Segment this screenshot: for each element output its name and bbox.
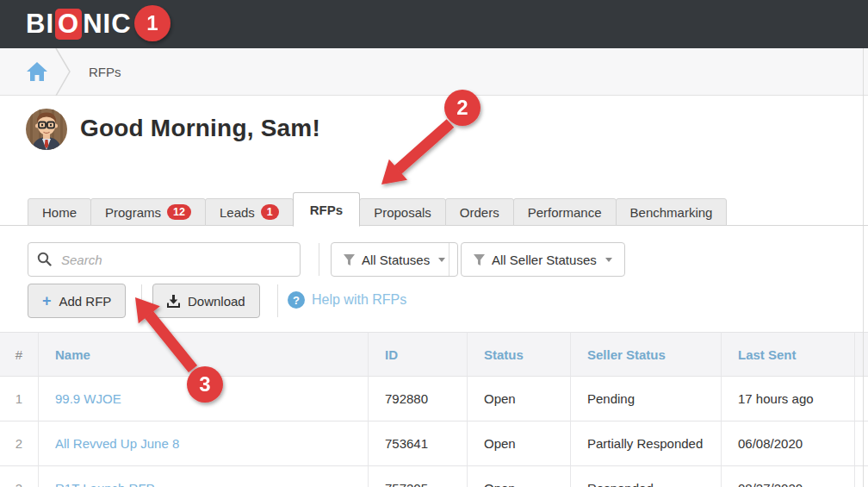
status-filter-value: All Statuses [362,253,430,267]
search-box [28,242,301,277]
column-header-seller-status[interactable]: Seller Status [571,332,722,377]
search-input[interactable] [28,242,301,277]
row-spacer [855,421,868,466]
tab-benchmarking[interactable]: Benchmarking [616,198,728,226]
top-navbar: BIONIC [0,0,868,48]
column-header-status[interactable]: Status [468,332,571,377]
logo-text-pre: BI [26,9,54,40]
filter-icon [344,254,355,265]
tab-home[interactable]: Home [28,198,91,226]
page-title: Good Morning, Sam! [80,115,320,142]
tab-orders[interactable]: Orders [445,198,514,226]
download-label: Download [188,294,245,309]
rfp-last-sent: 08/27/2020 [722,466,855,487]
breadcrumb-current[interactable]: RFPs [89,48,121,96]
leads-count-badge: 1 [261,204,279,220]
rfp-id: 753641 [369,421,468,466]
column-header-number[interactable]: # [0,332,39,377]
tab-bar: Home Programs12 Leads1 RFPs Proposals Or… [28,191,726,226]
rfp-last-sent: 17 hours ago [722,377,855,421]
tab-performance[interactable]: Performance [513,198,617,226]
row-number: 2 [0,421,39,466]
rfp-seller-status: Partially Responded [571,421,722,466]
help-link-label: Help with RFPs [312,292,406,308]
row-number: 1 [0,377,39,421]
column-header-last-sent[interactable]: Last Sent [722,332,855,377]
bionic-logo[interactable]: BIONIC [26,0,132,48]
rfp-seller-status: Responded [571,466,722,487]
toolbar-divider [319,243,319,276]
programs-count-badge: 12 [167,204,191,220]
rfp-last-sent: 06/08/2020 [722,421,855,466]
help-with-rfps-link[interactable]: ? Help with RFPs [288,291,406,309]
rfp-name-link[interactable]: All Revved Up June 8 [39,421,369,466]
chevron-down-icon [438,258,445,262]
toolbar-divider [449,243,450,276]
breadcrumb: RFPs [0,48,868,96]
seller-status-filter-dropdown[interactable]: All Seller Statuses [461,242,625,277]
column-header-id[interactable]: ID [369,332,468,377]
tab-programs[interactable]: Programs12 [90,198,206,226]
tab-proposals[interactable]: Proposals [359,198,446,226]
download-button[interactable]: Download [152,284,260,318]
column-header-spacer [855,332,868,377]
row-number: 3 [0,466,39,487]
rfp-status: Open [468,466,571,487]
annotation-step-2-arrow: 2 [381,90,480,184]
toolbar-divider [141,284,142,317]
question-circle-icon: ? [288,291,305,309]
column-header-name[interactable]: Name [39,332,369,377]
avatar [26,109,67,150]
content-right-border [863,48,864,487]
seller-status-filter-value: All Seller Statuses [492,253,597,267]
row-spacer [855,377,868,421]
logo-highlight-box: O [55,9,82,40]
plus-icon: + [42,293,52,309]
download-icon [167,295,180,308]
logo-text-post: NIC [83,9,131,40]
toolbar-divider [277,284,278,317]
row-spacer [855,466,868,487]
rfp-status: Open [468,421,571,466]
rfp-name-link[interactable]: 99.9 WJOE [39,377,369,421]
add-rfp-label: Add RFP [59,294,112,309]
breadcrumb-separator [53,48,72,96]
bionic-app-window: BIONIC RFPs Good [0,0,868,487]
chevron-down-icon [605,258,612,262]
rfp-id: 757205 [369,466,468,487]
annotation-step-2-number: 2 [456,96,468,119]
tab-rfps[interactable]: RFPs [293,192,360,227]
rfp-id: 792880 [369,377,468,421]
filter-icon [474,254,485,265]
status-filter-dropdown[interactable]: All Statuses [331,242,458,277]
rfp-name-link[interactable]: R1T Launch RFP [39,466,369,487]
rfp-seller-status: Pending [571,377,722,421]
rfp-status: Open [468,377,571,421]
home-icon[interactable] [26,61,48,82]
tab-leads[interactable]: Leads1 [205,198,294,226]
add-rfp-button[interactable]: + Add RFP [28,284,126,318]
rfps-table: # Name ID Status Seller Status Last Sent… [0,332,868,487]
